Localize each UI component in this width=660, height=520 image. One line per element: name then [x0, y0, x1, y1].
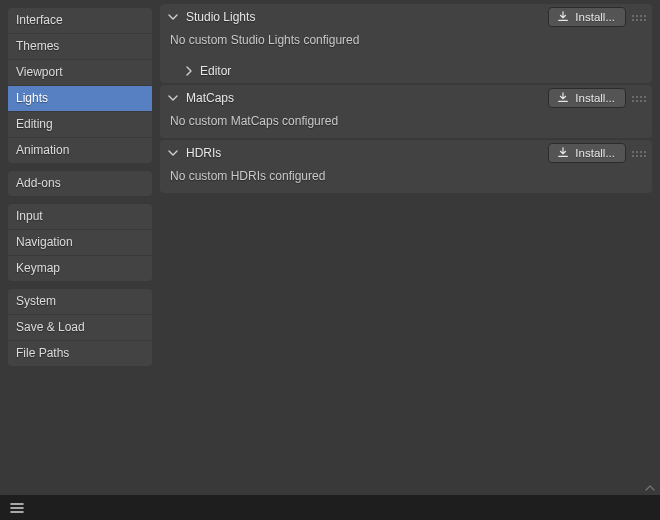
sidebar-item-label: File Paths	[16, 346, 69, 360]
panel-header[interactable]: HDRIsInstall...	[160, 140, 652, 165]
install-button[interactable]: Install...	[548, 88, 626, 108]
install-button-label: Install...	[575, 147, 615, 159]
panel-header[interactable]: Studio LightsInstall...	[160, 4, 652, 29]
hamburger-menu-icon[interactable]	[8, 499, 26, 517]
footer-bar	[0, 495, 660, 520]
panel-header[interactable]: MatCapsInstall...	[160, 85, 652, 110]
sidebar-item-system[interactable]: System	[8, 289, 152, 314]
sidebar-item-label: Animation	[16, 143, 69, 157]
panel-message: No custom HDRIs configured	[170, 169, 642, 183]
download-icon	[557, 92, 569, 104]
sidebar-item-label: Navigation	[16, 235, 73, 249]
collapse-caret-icon[interactable]	[644, 482, 656, 494]
sidebar-item-label: Add-ons	[16, 176, 61, 190]
install-button[interactable]: Install...	[548, 143, 626, 163]
panel-message: No custom MatCaps configured	[170, 114, 642, 128]
sidebar-item-label: Keymap	[16, 261, 60, 275]
chevron-down-icon[interactable]	[166, 91, 180, 105]
preferences-sidebar: InterfaceThemesViewportLightsEditingAnim…	[0, 0, 160, 520]
panel-title: MatCaps	[186, 91, 542, 105]
subpanel-editor[interactable]: Editor	[160, 57, 652, 83]
sidebar-item-label: Editing	[16, 117, 53, 131]
sidebar-item-label: Viewport	[16, 65, 62, 79]
drag-handle-icon[interactable]	[632, 13, 646, 21]
panel-body: No custom MatCaps configured	[160, 110, 652, 138]
panel-body: No custom Studio Lights configured	[160, 29, 652, 57]
sidebar-item-editing[interactable]: Editing	[8, 112, 152, 137]
panel-hdris: HDRIsInstall...No custom HDRIs configure…	[160, 140, 652, 193]
sidebar-item-addons[interactable]: Add-ons	[8, 171, 152, 196]
sidebar-group: SystemSave & LoadFile Paths	[8, 289, 152, 366]
drag-handle-icon[interactable]	[632, 94, 646, 102]
sidebar-item-lights[interactable]: Lights	[8, 86, 152, 111]
install-button-label: Install...	[575, 11, 615, 23]
sidebar-item-themes[interactable]: Themes	[8, 34, 152, 59]
preferences-main: Studio LightsInstall...No custom Studio …	[160, 0, 660, 520]
sidebar-item-navigation[interactable]: Navigation	[8, 230, 152, 255]
sidebar-item-label: Themes	[16, 39, 59, 53]
panel-matcaps: MatCapsInstall...No custom MatCaps confi…	[160, 85, 652, 138]
sidebar-item-animation[interactable]: Animation	[8, 138, 152, 163]
sidebar-group: InterfaceThemesViewportLightsEditingAnim…	[8, 8, 152, 163]
download-icon	[557, 147, 569, 159]
sidebar-item-keymap[interactable]: Keymap	[8, 256, 152, 281]
sidebar-item-viewport[interactable]: Viewport	[8, 60, 152, 85]
sidebar-item-save-load[interactable]: Save & Load	[8, 315, 152, 340]
chevron-down-icon[interactable]	[166, 146, 180, 160]
sidebar-item-label: Input	[16, 209, 43, 223]
sidebar-group: InputNavigationKeymap	[8, 204, 152, 281]
sidebar-item-interface[interactable]: Interface	[8, 8, 152, 33]
sidebar-item-label: System	[16, 294, 56, 308]
panel-title: HDRIs	[186, 146, 542, 160]
panel-title: Studio Lights	[186, 10, 542, 24]
sidebar-item-label: Save & Load	[16, 320, 85, 334]
panel-body: No custom HDRIs configured	[160, 165, 652, 193]
subpanel-title: Editor	[200, 64, 231, 78]
sidebar-item-label: Lights	[16, 91, 48, 105]
install-button[interactable]: Install...	[548, 7, 626, 27]
install-button-label: Install...	[575, 92, 615, 104]
sidebar-item-label: Interface	[16, 13, 63, 27]
drag-handle-icon[interactable]	[632, 149, 646, 157]
chevron-down-icon[interactable]	[166, 10, 180, 24]
sidebar-item-input[interactable]: Input	[8, 204, 152, 229]
chevron-right-icon[interactable]	[182, 64, 196, 78]
download-icon	[557, 11, 569, 23]
sidebar-item-file-paths[interactable]: File Paths	[8, 341, 152, 366]
panel-message: No custom Studio Lights configured	[170, 33, 642, 47]
panel-studio-lights: Studio LightsInstall...No custom Studio …	[160, 4, 652, 83]
sidebar-group: Add-ons	[8, 171, 152, 196]
